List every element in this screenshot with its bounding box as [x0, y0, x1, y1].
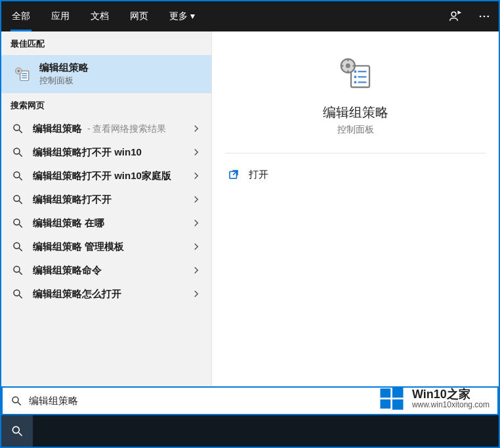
chevron-right-icon — [190, 146, 202, 158]
svg-point-1 — [480, 16, 482, 18]
svg-line-25 — [19, 295, 22, 298]
search-icon — [12, 146, 24, 158]
chevron-right-icon — [190, 264, 202, 276]
web-result-label: 编辑组策略 在哪 — [33, 217, 190, 230]
preview-subtitle: 控制面板 — [337, 124, 374, 136]
search-icon — [12, 241, 24, 253]
search-icon — [12, 170, 24, 182]
policy-editor-icon — [13, 65, 31, 83]
tab-more[interactable]: 更多 ▾ — [159, 1, 205, 31]
more-options-icon[interactable] — [470, 1, 499, 31]
svg-point-36 — [12, 397, 18, 403]
search-icon — [12, 123, 24, 134]
search-input[interactable] — [29, 396, 490, 407]
svg-line-21 — [19, 248, 22, 251]
web-result-item[interactable]: 编辑组策略打不开 win10家庭版 — [1, 164, 211, 188]
windows-search-panel: 全部 应用 文档 网页 更多 ▾ 最佳匹配 — [0, 0, 500, 448]
svg-point-0 — [451, 12, 456, 16]
svg-point-2 — [484, 16, 486, 18]
svg-line-15 — [19, 177, 22, 180]
taskbar-search-button[interactable] — [1, 415, 33, 447]
search-filter-tabs: 全部 应用 文档 网页 更多 ▾ — [1, 1, 499, 31]
results-left-pane: 最佳匹配 编辑组策略 控制面板 搜索网页 — [1, 31, 211, 386]
web-result-label: 编辑组策略命令 — [33, 264, 190, 277]
search-results-body: 最佳匹配 编辑组策略 控制面板 搜索网页 — [1, 31, 499, 386]
svg-point-34 — [345, 64, 350, 68]
svg-point-12 — [14, 148, 20, 154]
search-icon — [12, 217, 24, 229]
search-icon — [10, 395, 22, 407]
open-action[interactable]: 打开 — [228, 161, 483, 188]
chevron-right-icon — [190, 123, 202, 134]
best-match-texts: 编辑组策略 控制面板 — [39, 62, 89, 87]
web-result-item[interactable]: 编辑组策略命令 — [1, 258, 211, 282]
svg-line-13 — [19, 153, 22, 157]
search-icon — [12, 264, 24, 276]
web-result-item[interactable]: 编辑组策略打不开 win10 — [1, 140, 211, 164]
web-result-item[interactable]: 编辑组策略 管理模板 — [1, 235, 211, 258]
svg-line-39 — [19, 433, 22, 436]
web-results-header: 搜索网页 — [1, 93, 211, 117]
web-result-item[interactable]: 编辑组策略 在哪 — [1, 211, 211, 235]
svg-point-3 — [488, 16, 490, 18]
svg-line-19 — [19, 224, 22, 228]
web-result-label: 编辑组策略打不开 — [33, 193, 190, 206]
web-result-label: 编辑组策略打不开 win10家庭版 — [33, 170, 190, 182]
svg-point-24 — [14, 290, 20, 296]
chevron-right-icon — [190, 193, 202, 205]
svg-line-17 — [19, 201, 22, 204]
web-result-label: 编辑组策略 管理模板 — [33, 241, 190, 253]
svg-point-10 — [14, 125, 20, 131]
svg-point-22 — [14, 266, 20, 272]
best-match-item[interactable]: 编辑组策略 控制面板 — [1, 55, 211, 93]
preview-actions: 打开 — [212, 153, 499, 195]
chevron-right-icon — [190, 288, 202, 300]
svg-point-9 — [18, 70, 20, 72]
web-result-item[interactable]: 编辑组策略 - 查看网络搜索结果 — [1, 117, 211, 140]
open-action-label: 打开 — [249, 169, 268, 181]
policy-editor-large-icon — [337, 55, 374, 92]
web-result-item[interactable]: 编辑组策略打不开 — [1, 188, 211, 211]
web-result-label: 编辑组策略打不开 win10 — [33, 146, 190, 159]
search-icon — [12, 193, 24, 205]
best-match-subtitle: 控制面板 — [39, 75, 89, 87]
search-icon — [12, 288, 24, 300]
feedback-icon[interactable] — [441, 1, 470, 31]
taskbar — [1, 415, 499, 447]
svg-point-20 — [14, 243, 20, 249]
svg-rect-31 — [354, 81, 356, 84]
svg-line-37 — [18, 402, 21, 405]
preview-header: 编辑组策略 控制面板 — [212, 31, 499, 153]
tab-documents[interactable]: 文档 — [80, 1, 119, 31]
svg-line-23 — [19, 272, 22, 275]
search-input-bar[interactable] — [1, 386, 499, 415]
tab-apps[interactable]: 应用 — [41, 1, 80, 31]
tab-all[interactable]: 全部 — [1, 1, 41, 31]
open-icon — [228, 169, 240, 180]
web-results-list: 编辑组策略 - 查看网络搜索结果 编辑组策略打不开 win10 编辑组策略打不开… — [1, 117, 211, 306]
svg-line-11 — [19, 130, 22, 133]
svg-point-38 — [12, 426, 19, 433]
svg-point-14 — [14, 172, 20, 178]
web-result-label: 编辑组策略怎么打开 — [33, 288, 190, 300]
svg-rect-27 — [354, 70, 356, 73]
svg-rect-29 — [354, 76, 356, 79]
svg-point-18 — [14, 219, 20, 225]
web-result-label: 编辑组策略 - 查看网络搜索结果 — [33, 123, 190, 135]
chevron-right-icon — [190, 217, 202, 229]
best-match-title: 编辑组策略 — [39, 62, 89, 74]
tab-web[interactable]: 网页 — [119, 1, 159, 31]
web-result-item[interactable]: 编辑组策略怎么打开 — [1, 282, 211, 306]
preview-pane: 编辑组策略 控制面板 打开 — [211, 31, 499, 386]
chevron-right-icon — [190, 170, 202, 182]
best-match-header: 最佳匹配 — [1, 31, 211, 55]
svg-point-16 — [14, 195, 20, 201]
preview-title: 编辑组策略 — [323, 104, 388, 121]
chevron-right-icon — [190, 241, 202, 253]
